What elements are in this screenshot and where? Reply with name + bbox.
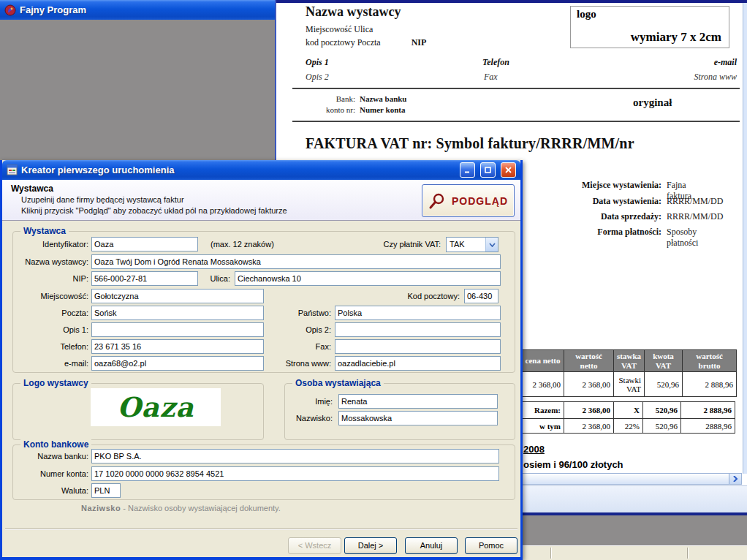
- miejscowosc-input[interactable]: [91, 289, 264, 303]
- minimize-button[interactable]: [460, 162, 475, 178]
- pomoc-button[interactable]: Pomoc: [465, 537, 517, 554]
- table-header: wartość netto: [564, 350, 614, 372]
- opis1-placeholder: Opis 1: [306, 57, 329, 68]
- amount-in-words: osiem i 96/100 złotych: [523, 459, 623, 470]
- waluta-label: Waluta:: [10, 486, 88, 495]
- identyfikator-hint: (max. 12 znaków): [211, 240, 274, 249]
- imie-input[interactable]: [338, 394, 498, 409]
- podglad-button[interactable]: PODGLĄD: [422, 184, 515, 217]
- nazwa-wystawcy-label: Nazwa wystawcy:: [10, 257, 88, 266]
- fajny-program-window: Fajny Program: [0, 0, 276, 160]
- table-cell: 2888,96: [681, 419, 735, 434]
- header-line2: Kliknij przycisk "Podgląd" aby zobaczyć …: [21, 206, 287, 215]
- meta-label: Data sprzedaży:: [515, 211, 661, 222]
- kod-pocztowy-label: Kod pocztowy:: [353, 292, 460, 300]
- invoice-title: FAKTURA VAT nr: Symbol faktury/RRRR/MM/n…: [306, 135, 634, 152]
- combo-dropdown-button[interactable]: [485, 238, 498, 251]
- group-caption: Konto bankowe: [20, 439, 91, 450]
- preview-top-border: [276, 0, 747, 3]
- nip-label: NIP:: [10, 274, 88, 283]
- totals-summary-table: Razem: 2 368,00 X 520,96 2 888,96 w tym …: [521, 401, 735, 434]
- wizard-dialog: Kreator pierwszego uruchomienia Wystawca…: [0, 160, 523, 560]
- kod-pocztowy-input[interactable]: [464, 289, 498, 303]
- table-header: cena netto: [522, 350, 564, 372]
- nazwa-wystawcy-input[interactable]: [91, 254, 501, 269]
- wtym-label: w tym: [522, 419, 564, 434]
- screen: Nazwa wystawcy Miejscowość Ulica kod poc…: [0, 0, 747, 560]
- issuer-logo-image[interactable]: Oaza: [91, 388, 221, 426]
- table-cell: 520,96: [643, 402, 681, 419]
- www-placeholder: Strona www: [694, 72, 737, 83]
- email-input[interactable]: [91, 356, 264, 371]
- vertical-scrollbar[interactable]: [743, 3, 747, 474]
- fax-input[interactable]: [335, 339, 501, 354]
- table-cell: 2 888,96: [681, 402, 735, 419]
- chevron-right-icon: [732, 476, 738, 482]
- totals-table: cena netto wartość netto stawka VAT kwot…: [521, 349, 737, 397]
- magnifier-icon: [428, 192, 446, 210]
- nazwisko-label: Nazwisko:: [287, 414, 333, 423]
- vat-combobox[interactable]: TAK: [446, 237, 498, 252]
- vat-label: Czy płatnik VAT:: [324, 240, 441, 249]
- group-caption: Osoba wystawiająca: [292, 378, 384, 388]
- group-caption: Wystawca: [20, 226, 69, 236]
- telefon-input[interactable]: [91, 339, 264, 354]
- wizard-titlebar[interactable]: Kreator pierwszego uruchomienia: [2, 160, 520, 180]
- imie-label: Imię:: [287, 397, 333, 406]
- hint-text: Nazwisko osoby wystawiającej dokumenty.: [128, 504, 281, 512]
- logo-label: logo: [577, 8, 596, 20]
- waluta-input[interactable]: [91, 483, 121, 498]
- fajny-client-area: [0, 20, 275, 160]
- email-placeholder: e-mail: [714, 57, 737, 68]
- logo-dimensions: wymiary 7 x 2cm: [631, 30, 721, 45]
- opis2-label: Opis 2:: [280, 325, 331, 334]
- identyfikator-input[interactable]: [91, 237, 198, 251]
- table-cell: 520,96: [645, 372, 683, 397]
- nazwa-banku-label: Nazwa banku:: [10, 452, 88, 461]
- nazwisko-input[interactable]: [338, 411, 498, 425]
- footer-divider: [5, 529, 517, 530]
- wstecz-button[interactable]: < Wstecz: [288, 537, 341, 554]
- table-cell: 2 368,00: [564, 419, 614, 434]
- chevron-down-icon: [489, 243, 496, 247]
- meta-value: RRRR/MM/DD: [667, 211, 723, 222]
- identyfikator-label: Identyfikator:: [10, 240, 88, 249]
- telefon-placeholder: Telefon: [482, 57, 509, 68]
- table-header: wartość brutto: [683, 350, 737, 372]
- group-caption: Logo wystawcy: [20, 378, 91, 388]
- ulica-label: Ulica:: [178, 274, 230, 283]
- status-bar-divider: [550, 548, 551, 559]
- table-cell: 2 368,00: [564, 402, 614, 419]
- app-icon: [4, 4, 16, 16]
- maximize-button[interactable]: [480, 162, 496, 178]
- strona-www-input[interactable]: [335, 356, 501, 371]
- fajny-titlebar[interactable]: Fajny Program: [0, 0, 275, 20]
- telefon-label: Telefon:: [10, 342, 88, 351]
- account-label: konto nr:: [304, 105, 355, 114]
- fax-label: Fax:: [280, 342, 331, 351]
- hint-term: Naziwsko: [81, 504, 121, 512]
- year-fragment: 2008: [523, 444, 545, 455]
- opis1-input[interactable]: [91, 322, 264, 337]
- meta-value: RRRR/MM/DD: [667, 196, 723, 207]
- numer-konta-input[interactable]: [91, 466, 499, 481]
- scroll-right-button[interactable]: [729, 474, 741, 484]
- razem-label: Razem:: [522, 402, 564, 419]
- poczta-input[interactable]: [91, 306, 264, 320]
- nip-placeholder: NIP: [412, 37, 427, 48]
- nazwa-banku-input[interactable]: [91, 449, 499, 463]
- table-cell: 2 368,00: [564, 372, 614, 397]
- header-title: Wystawca: [11, 183, 53, 194]
- panstwo-input[interactable]: [335, 306, 501, 320]
- opis2-input[interactable]: [335, 322, 501, 337]
- opis1-label: Opis 1:: [10, 325, 88, 334]
- opis2-placeholder: Opis 2: [306, 72, 329, 83]
- close-button[interactable]: [501, 162, 516, 178]
- copy-type-label: oryginał: [633, 97, 672, 109]
- anuluj-button[interactable]: Anuluj: [405, 537, 458, 554]
- ulica-input[interactable]: [235, 271, 501, 286]
- table-header: kwota VAT: [645, 350, 683, 372]
- dialog-title: Kreator pierwszego uruchomienia: [21, 164, 175, 175]
- dalej-button[interactable]: Dalej >: [344, 537, 397, 554]
- miejscowosc-label: Miejscowość:: [10, 292, 88, 300]
